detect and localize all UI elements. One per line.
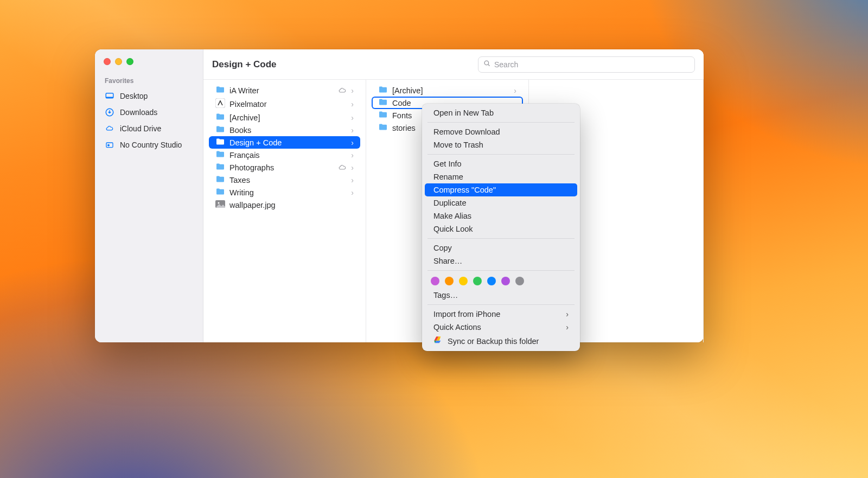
search-field[interactable] (478, 56, 695, 73)
sidebar-item-downloads[interactable]: Downloads (95, 104, 203, 120)
svg-point-7 (218, 202, 220, 204)
sidebar-item-icloud[interactable]: iCloud Drive (95, 120, 203, 137)
context-menu-item-label: Tags… (433, 291, 458, 299)
chevron-right-icon: › (351, 113, 354, 122)
sidebar-item-label: No Country Studio (120, 141, 182, 149)
context-menu-item-label: Rename (433, 173, 463, 181)
context-menu-item-label: Compress "Code" (433, 186, 496, 194)
context-menu-item[interactable]: Duplicate (425, 196, 577, 209)
context-menu-item[interactable]: Compress "Code" (425, 183, 577, 196)
file-name: Français (229, 151, 347, 160)
context-menu-item-label: Quick Actions (433, 323, 481, 332)
context-menu-item[interactable]: Move to Trash (425, 138, 577, 151)
sidebar-item-label: iCloud Drive (120, 124, 161, 133)
file-name: wallpaper.jpg (229, 201, 354, 209)
folder-icon (378, 86, 388, 95)
file-row[interactable]: Photographs› (209, 161, 360, 174)
column-1: iA Writer›Pixelmator›[Archive]›Books›Des… (203, 80, 366, 342)
sidebar-section-favorites-label: Favorites (95, 75, 203, 88)
tag-color-dot[interactable] (515, 277, 524, 285)
desktop-icon (105, 91, 114, 101)
file-row[interactable]: Pixelmator› (209, 97, 360, 111)
file-name: Books (229, 126, 347, 135)
sidebar: Favorites Desktop Downloads iCloud Drive… (95, 49, 203, 342)
file-name: Writing (229, 188, 347, 197)
context-menu-item[interactable]: Quick Actions› (425, 321, 577, 334)
folder-icon (378, 98, 388, 107)
chevron-right-icon: › (566, 310, 569, 318)
folder-icon (215, 150, 225, 160)
zoom-window-button[interactable] (126, 58, 133, 65)
context-menu-item[interactable]: Make Alias (425, 209, 577, 222)
context-menu-item[interactable]: Sync or Backup this folder (425, 334, 577, 348)
file-row[interactable]: Taxes› (209, 174, 360, 186)
context-menu-item-label: Remove Download (433, 128, 500, 136)
tag-color-dot[interactable] (473, 277, 482, 285)
context-menu-item[interactable]: Open in New Tab (425, 106, 577, 119)
context-menu-item-label: Move to Trash (433, 141, 483, 149)
context-menu-item-label: Quick Look (433, 225, 473, 233)
chevron-right-icon: › (351, 138, 354, 147)
tag-color-dot[interactable] (431, 277, 439, 285)
file-row[interactable]: Français› (209, 149, 360, 161)
context-menu-item[interactable]: Quick Look (425, 222, 577, 235)
context-menu-item-tags[interactable]: Tags… (425, 289, 577, 302)
icloud-icon (105, 124, 114, 133)
chevron-right-icon: › (351, 151, 354, 160)
context-menu-separator (427, 270, 575, 271)
file-name: Photographs (229, 163, 334, 172)
file-row[interactable]: Design + Code› (209, 136, 360, 149)
context-menu-item[interactable]: Share… (425, 254, 577, 267)
tag-color-dot[interactable] (487, 277, 496, 285)
folder-icon (215, 138, 225, 147)
search-input[interactable] (494, 60, 690, 69)
file-row[interactable]: Books› (209, 124, 360, 136)
chevron-right-icon: › (351, 188, 354, 197)
tag-color-dot[interactable] (459, 277, 468, 285)
context-menu-separator (427, 122, 575, 123)
context-menu-item-label: Import from iPhone (433, 310, 500, 318)
svg-rect-2 (106, 143, 113, 148)
context-menu-separator (427, 154, 575, 155)
sidebar-item-nocountrystudio[interactable]: No Country Studio (95, 137, 203, 153)
context-menu-item[interactable]: Rename (425, 170, 577, 183)
context-menu-tag-colors (422, 273, 580, 289)
file-row[interactable]: wallpaper.jpg (209, 199, 360, 211)
context-menu-item-label: Copy (433, 244, 452, 252)
context-menu-item[interactable]: Import from iPhone› (425, 308, 577, 321)
folder-icon (215, 125, 225, 135)
folder-icon (215, 113, 225, 122)
folder-icon (215, 163, 225, 172)
cloud-status-icon (338, 87, 347, 94)
folder-icon (378, 111, 388, 120)
folder-icon (215, 188, 225, 197)
file-name: iA Writer (229, 86, 334, 95)
context-menu-item-label: Make Alias (433, 212, 471, 220)
traffic-lights (95, 58, 203, 75)
tag-color-dot[interactable] (445, 277, 454, 285)
context-menu-item-label: Get Info (433, 160, 462, 168)
sidebar-item-label: Downloads (120, 108, 157, 117)
context-menu[interactable]: Open in New TabRemove DownloadMove to Tr… (422, 104, 580, 351)
folder-icon (215, 175, 225, 184)
file-row[interactable]: Writing› (209, 186, 360, 199)
context-menu-item[interactable]: Remove Download (425, 125, 577, 138)
app-icon (215, 98, 225, 110)
context-menu-item[interactable]: Copy (425, 241, 577, 254)
svg-point-4 (484, 61, 489, 65)
minimize-window-button[interactable] (115, 58, 122, 65)
sidebar-item-label: Desktop (120, 92, 148, 100)
file-row[interactable]: [Archive]› (372, 84, 523, 97)
sidebar-item-desktop[interactable]: Desktop (95, 88, 203, 104)
close-window-button[interactable] (104, 58, 111, 65)
file-row[interactable]: iA Writer› (209, 84, 360, 97)
file-name: Taxes (229, 176, 347, 184)
context-menu-item[interactable]: Get Info (425, 157, 577, 170)
image-file-icon (215, 200, 225, 209)
tag-color-dot[interactable] (501, 277, 510, 285)
file-name: [Archive] (229, 113, 347, 122)
search-icon (483, 59, 491, 69)
folder-icon (215, 86, 225, 95)
toolbar: Design + Code (203, 49, 704, 80)
file-row[interactable]: [Archive]› (209, 111, 360, 124)
